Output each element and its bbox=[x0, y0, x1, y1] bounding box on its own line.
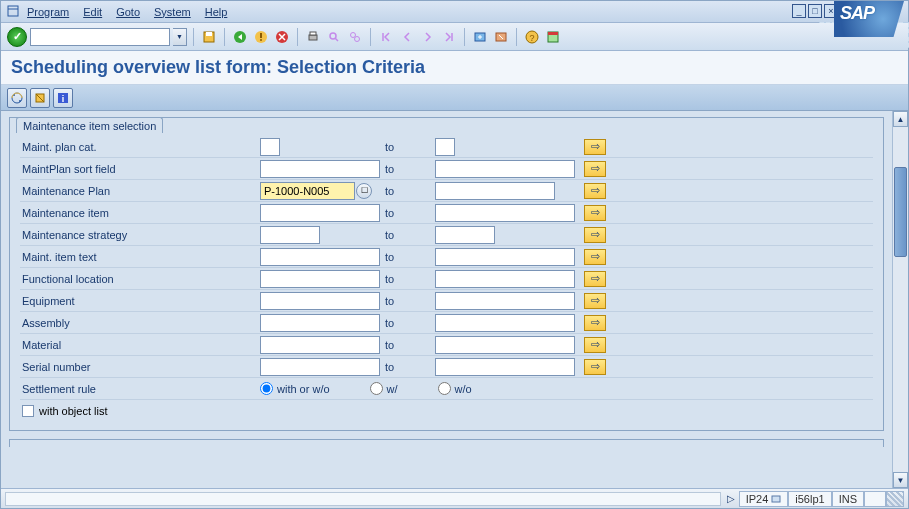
maintplan-sort-from[interactable] bbox=[260, 160, 380, 178]
label-maint-item-text: Maint. item text bbox=[20, 251, 260, 263]
status-system: i56lp1 bbox=[788, 491, 831, 507]
multi-select-button[interactable]: ⇨ bbox=[584, 227, 606, 243]
maintenance-strategy-to[interactable] bbox=[435, 226, 495, 244]
label-maintplan-sort: MaintPlan sort field bbox=[20, 163, 260, 175]
save-icon[interactable] bbox=[200, 28, 218, 46]
find-icon[interactable] bbox=[325, 28, 343, 46]
last-page-icon[interactable] bbox=[440, 28, 458, 46]
menu-system[interactable]: System bbox=[154, 6, 191, 18]
multi-select-button[interactable]: ⇨ bbox=[584, 161, 606, 177]
svg-rect-2 bbox=[206, 32, 212, 36]
label-maintenance-item: Maintenance item bbox=[20, 207, 260, 219]
settlement-with-radio[interactable] bbox=[370, 382, 383, 395]
maintenance-item-from[interactable] bbox=[260, 204, 380, 222]
back-icon[interactable] bbox=[231, 28, 249, 46]
multi-select-button[interactable]: ⇨ bbox=[584, 315, 606, 331]
multi-select-button[interactable]: ⇨ bbox=[584, 359, 606, 375]
prev-page-icon[interactable] bbox=[398, 28, 416, 46]
svg-rect-24 bbox=[772, 496, 780, 502]
status-arrow-icon: ▷ bbox=[727, 493, 735, 504]
functional-location-from[interactable] bbox=[260, 270, 380, 288]
generate-shortcut-icon[interactable] bbox=[492, 28, 510, 46]
get-variant-button[interactable] bbox=[30, 88, 50, 108]
maint-plan-cat-from[interactable] bbox=[260, 138, 280, 156]
find-next-icon[interactable] bbox=[346, 28, 364, 46]
menu-program[interactable]: Program bbox=[27, 6, 69, 18]
command-field[interactable] bbox=[30, 28, 170, 46]
maintenance-item-selection-group: Maintenance item selection Maint. plan c… bbox=[9, 117, 884, 431]
material-from[interactable] bbox=[260, 336, 380, 354]
minimize-button[interactable]: _ bbox=[792, 4, 806, 18]
assembly-to[interactable] bbox=[435, 314, 575, 332]
cancel-icon[interactable] bbox=[273, 28, 291, 46]
menu-edit[interactable]: Edit bbox=[83, 6, 102, 18]
maximize-button[interactable]: □ bbox=[808, 4, 822, 18]
vertical-scrollbar[interactable]: ▲ ▼ bbox=[892, 111, 908, 488]
svg-rect-0 bbox=[8, 6, 18, 16]
maint-item-text-to[interactable] bbox=[435, 248, 575, 266]
help-icon[interactable]: ? bbox=[523, 28, 541, 46]
to-label: to bbox=[385, 141, 435, 153]
enter-button[interactable]: ✓ bbox=[7, 27, 27, 47]
multi-select-button[interactable]: ⇨ bbox=[584, 271, 606, 287]
material-to[interactable] bbox=[435, 336, 575, 354]
resize-grip[interactable] bbox=[886, 491, 904, 507]
first-page-icon[interactable] bbox=[377, 28, 395, 46]
session-icon bbox=[771, 494, 781, 504]
with-object-list-checkbox[interactable] bbox=[22, 405, 34, 417]
settlement-opt3-label: w/o bbox=[455, 383, 472, 395]
sap-logo: SAP bbox=[834, 1, 904, 37]
label-maint-plan-cat: Maint. plan cat. bbox=[20, 141, 260, 153]
equipment-from[interactable] bbox=[260, 292, 380, 310]
menu-goto[interactable]: Goto bbox=[116, 6, 140, 18]
scroll-thumb[interactable] bbox=[894, 167, 907, 257]
serial-number-to[interactable] bbox=[435, 358, 575, 376]
scroll-down-button[interactable]: ▼ bbox=[893, 472, 908, 488]
svg-point-10 bbox=[351, 32, 356, 37]
create-session-icon[interactable] bbox=[471, 28, 489, 46]
settlement-without-radio[interactable] bbox=[438, 382, 451, 395]
window-menu-icon[interactable] bbox=[7, 5, 21, 19]
multi-select-button[interactable]: ⇨ bbox=[584, 293, 606, 309]
maintenance-item-to[interactable] bbox=[435, 204, 575, 222]
label-maintenance-strategy: Maintenance strategy bbox=[20, 229, 260, 241]
f4-help-button[interactable]: ☐ bbox=[356, 183, 372, 199]
equipment-to[interactable] bbox=[435, 292, 575, 310]
status-insert-mode: INS bbox=[832, 491, 864, 507]
execute-button[interactable] bbox=[7, 88, 27, 108]
print-icon[interactable] bbox=[304, 28, 322, 46]
multi-select-button[interactable]: ⇨ bbox=[584, 139, 606, 155]
svg-text:i: i bbox=[62, 94, 65, 104]
page-title: Scheduling overview list form: Selection… bbox=[11, 57, 898, 78]
exit-icon[interactable] bbox=[252, 28, 270, 46]
label-serial-number: Serial number bbox=[20, 361, 260, 373]
layout-menu-icon[interactable] bbox=[544, 28, 562, 46]
scroll-up-button[interactable]: ▲ bbox=[893, 111, 908, 127]
maintenance-plan-from[interactable] bbox=[260, 182, 355, 200]
maint-plan-cat-to[interactable] bbox=[435, 138, 455, 156]
maint-item-text-from[interactable] bbox=[260, 248, 380, 266]
group-legend: Maintenance item selection bbox=[16, 117, 163, 133]
label-maintenance-plan: Maintenance Plan bbox=[20, 185, 260, 197]
multi-select-button[interactable]: ⇨ bbox=[584, 337, 606, 353]
maintenance-strategy-from[interactable] bbox=[260, 226, 320, 244]
status-message-area bbox=[5, 492, 721, 506]
program-doc-button[interactable]: i bbox=[53, 88, 73, 108]
maintplan-sort-to[interactable] bbox=[435, 160, 575, 178]
multi-select-button[interactable]: ⇨ bbox=[584, 183, 606, 199]
settlement-opt2-label: w/ bbox=[387, 383, 398, 395]
multi-select-button[interactable]: ⇨ bbox=[584, 249, 606, 265]
functional-location-to[interactable] bbox=[435, 270, 575, 288]
next-page-icon[interactable] bbox=[419, 28, 437, 46]
svg-rect-17 bbox=[548, 32, 558, 35]
menu-help[interactable]: Help bbox=[205, 6, 228, 18]
svg-point-20 bbox=[19, 100, 21, 102]
label-settlement-rule: Settlement rule bbox=[20, 383, 260, 395]
multi-select-button[interactable]: ⇨ bbox=[584, 205, 606, 221]
settlement-with-or-without-radio[interactable] bbox=[260, 382, 273, 395]
assembly-from[interactable] bbox=[260, 314, 380, 332]
serial-number-from[interactable] bbox=[260, 358, 380, 376]
maintenance-plan-to[interactable] bbox=[435, 182, 555, 200]
label-material: Material bbox=[20, 339, 260, 351]
command-history-dropdown[interactable]: ▼ bbox=[173, 28, 187, 46]
